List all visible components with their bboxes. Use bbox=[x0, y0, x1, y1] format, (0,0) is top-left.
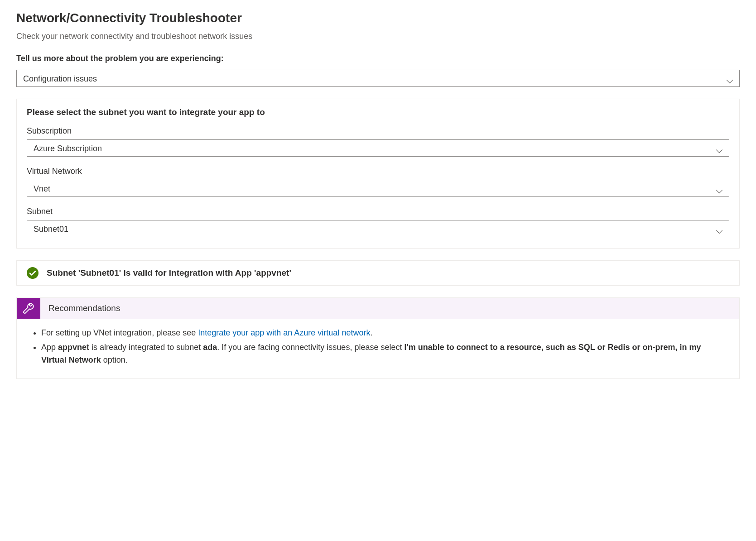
page-title: Network/Connectivity Troubleshooter bbox=[16, 11, 740, 25]
status-middle: is valid for integration with App bbox=[121, 268, 254, 278]
rec2-subnet: ada bbox=[203, 343, 217, 352]
rec1-suffix: . bbox=[370, 328, 372, 337]
wrench-icon bbox=[17, 298, 40, 319]
rec2-app: appvnet bbox=[58, 343, 89, 352]
chevron-down-icon bbox=[715, 144, 723, 152]
validation-status-text: Subnet 'Subnet01' is valid for integrati… bbox=[47, 268, 291, 278]
rec2-p1: App bbox=[41, 343, 58, 352]
recommendations-panel: Recommendations For setting up VNet inte… bbox=[16, 297, 740, 379]
page-subtitle: Check your network connectivity and trou… bbox=[16, 32, 740, 41]
chevron-down-icon bbox=[715, 184, 723, 192]
svg-point-0 bbox=[27, 267, 39, 279]
vnet-label: Virtual Network bbox=[27, 167, 729, 176]
vnet-select-value: Vnet bbox=[34, 184, 50, 193]
subscription-label: Subscription bbox=[27, 126, 729, 136]
subscription-select[interactable]: Azure Subscription bbox=[27, 139, 729, 157]
validation-status: Subnet 'Subnet01' is valid for integrati… bbox=[16, 260, 740, 286]
subnet-select-card: Please select the subnet you want to int… bbox=[16, 99, 740, 249]
chevron-down-icon bbox=[726, 74, 734, 82]
rec1-prefix: For setting up VNet integration, please … bbox=[41, 328, 198, 337]
subnet-select[interactable]: Subnet01 bbox=[27, 220, 729, 237]
problem-select[interactable]: Configuration issues bbox=[16, 70, 740, 87]
status-subnet-name: 'Subnet01' bbox=[78, 268, 121, 278]
status-app-name: 'appvnet' bbox=[254, 268, 291, 278]
rec2-p4: option. bbox=[101, 355, 128, 364]
rec2-p3: . If you are facing connectivity issues,… bbox=[217, 343, 404, 352]
recommendation-item-2: App appvnet is already integrated to sub… bbox=[41, 341, 727, 367]
rec2-p2: is already integrated to subnet bbox=[89, 343, 203, 352]
recommendation-item-1: For setting up VNet integration, please … bbox=[41, 327, 727, 340]
recommendations-header: Recommendations bbox=[17, 298, 739, 319]
status-prefix: Subnet bbox=[47, 268, 78, 278]
subnet-select-value: Subnet01 bbox=[34, 225, 68, 234]
subscription-select-value: Azure Subscription bbox=[34, 144, 102, 153]
vnet-select[interactable]: Vnet bbox=[27, 180, 729, 197]
subnet-label: Subnet bbox=[27, 207, 729, 216]
recommendations-title: Recommendations bbox=[40, 298, 128, 319]
success-check-icon bbox=[27, 267, 39, 279]
recommendations-body: For setting up VNet integration, please … bbox=[17, 319, 739, 378]
chevron-down-icon bbox=[715, 225, 723, 233]
subnet-card-heading: Please select the subnet you want to int… bbox=[27, 107, 729, 117]
problem-prompt: Tell us more about the problem you are e… bbox=[16, 54, 740, 63]
problem-select-value: Configuration issues bbox=[23, 74, 97, 83]
vnet-integration-link[interactable]: Integrate your app with an Azure virtual… bbox=[198, 328, 370, 337]
